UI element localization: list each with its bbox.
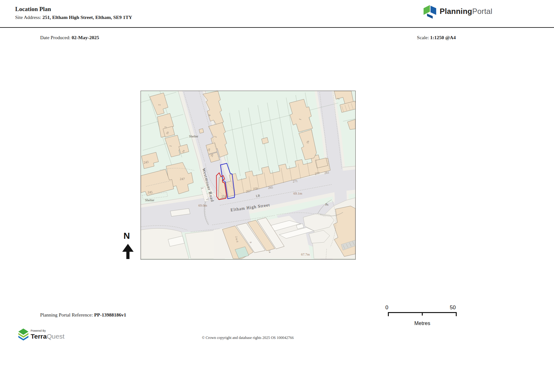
map-label: 247 (180, 177, 185, 181)
north-label: N (123, 231, 130, 241)
scalebar-unit: Metres (409, 320, 436, 326)
terraquest-logo: Powered By TerraQuest (18, 329, 64, 341)
planning-portal-reference: Planning Portal Reference: PP-13988186v1 (40, 312, 126, 318)
powered-by-label: Powered By (31, 329, 64, 332)
map-label: 257 (246, 189, 251, 193)
scalebar-end: 50 (450, 305, 456, 311)
terraquest-logo-icon (18, 329, 29, 341)
map-label: Shelter (145, 198, 154, 202)
terraquest-wordmark: Powered By TerraQuest (31, 329, 64, 340)
scalebar-start: 0 (385, 305, 388, 311)
map-label: 67.7m (301, 252, 310, 256)
planning-portal-logo: PlanningPortal (423, 4, 492, 19)
planning-portal-logo-icon (423, 4, 437, 19)
map-scale-text: Scale: 1:1250 @A4 (417, 35, 456, 40)
map-label: 259 (253, 187, 258, 191)
crown-copyright: © Crown copyright and database rights 20… (141, 335, 355, 340)
site-address-value: 251, Eltham High Street, Eltham, SE9 1TY (42, 15, 132, 20)
map-label: 245 (148, 190, 153, 194)
map-label: 69.1m (293, 191, 302, 195)
map-label: LB (256, 194, 260, 198)
date-produced: Date Produced: 02-May-2025 (40, 35, 99, 40)
map-label: 277 (315, 172, 320, 176)
map-label: 281 (324, 171, 329, 175)
location-plan-page: Location Plan Site Address: 251, Eltham … (0, 0, 554, 392)
north-arrow-icon (122, 243, 134, 260)
map-label: 69.0m (198, 203, 207, 207)
header-divider (0, 27, 554, 28)
map-label: 271 (292, 179, 298, 183)
site-address: Site Address: 251, Eltham High Street, E… (15, 15, 132, 20)
map-label: Ps (325, 203, 328, 206)
map-label: Shelter (189, 135, 198, 138)
planning-portal-wordmark: PlanningPortal (440, 7, 492, 16)
page-title: Location Plan (15, 6, 51, 13)
site-address-label: Site Address: (15, 15, 42, 20)
map-label: 265 (268, 185, 273, 190)
scalebar-icon (388, 311, 457, 317)
map-svg: Shelter531b11a422a2b243247245ShelterWest… (141, 91, 355, 259)
map-canvas: Shelter531b11a422a2b243247245ShelterWest… (141, 91, 356, 260)
